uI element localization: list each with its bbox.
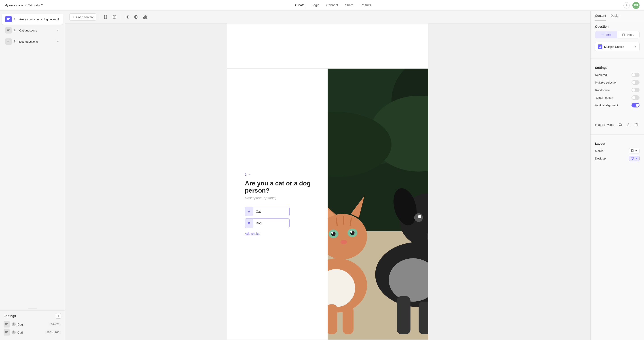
text-type-button[interactable]: Text	[595, 31, 618, 38]
svg-rect-55	[342, 306, 354, 334]
canvas-question-left: 1 → Are you a cat or a dog person? Descr…	[227, 69, 328, 340]
randomize-toggle[interactable]	[632, 88, 640, 92]
sidebar-endings: Endings + A Dog! 0 to 20	[0, 310, 64, 340]
vertical-alignment-toggle[interactable]	[632, 103, 640, 107]
cat-dog-image	[328, 69, 428, 340]
svg-point-60	[600, 46, 600, 47]
top-nav: My workspace › Cat or dog? Create Logic …	[0, 0, 644, 11]
tab-logic[interactable]: Logic	[312, 2, 319, 8]
tab-content[interactable]: Content	[595, 11, 606, 21]
settings-section: Settings Required Multiple selection Ran…	[590, 62, 644, 114]
svg-rect-1	[7, 19, 9, 20]
layout-section: Layout Mobile ▼ Desktop	[590, 138, 644, 167]
layout-divider	[590, 134, 644, 135]
ending-range-a: 0 to 20	[49, 322, 61, 326]
multiple-selection-toggle[interactable]	[632, 80, 640, 85]
ending-item-a[interactable]: A Dog! 0 to 20	[4, 321, 61, 328]
svg-point-47	[331, 232, 334, 234]
svg-point-44	[340, 240, 347, 244]
ending-range-b: 100 to 200	[45, 331, 61, 335]
tab-share[interactable]: Share	[345, 2, 353, 8]
image-video-row: Image or video	[595, 121, 640, 128]
add-content-label: + Add content	[76, 15, 94, 19]
mobile-layout-arrow: ▼	[635, 149, 638, 152]
svg-rect-70	[631, 157, 634, 159]
video-type-label: Video	[627, 33, 634, 36]
svg-rect-2	[7, 29, 10, 30]
sidebar-item-2-icon	[5, 27, 12, 33]
image-video-label: Image or video	[595, 123, 614, 126]
tab-create[interactable]: Create	[295, 2, 304, 8]
canvas-content: 1 → Are you a cat or a dog person? Descr…	[227, 23, 428, 340]
svg-rect-0	[7, 18, 10, 19]
mobile-preview-button[interactable]	[102, 13, 109, 20]
text-type-label: Text	[606, 33, 611, 36]
language-button[interactable]	[132, 13, 140, 20]
required-toggle[interactable]	[632, 73, 640, 77]
canvas-top-empty	[227, 23, 428, 68]
add-ending-button[interactable]: +	[56, 313, 61, 319]
sidebar-item-2-arrow: ▼	[56, 29, 59, 32]
copy-image-button[interactable]	[617, 121, 624, 128]
tab-results[interactable]: Results	[361, 2, 371, 8]
sidebar-item-1-icon	[5, 16, 12, 22]
choice-text-b: Dog	[253, 221, 264, 225]
tab-connect[interactable]: Connect	[326, 2, 338, 8]
question-type-select[interactable]: Multiple Choice ▼	[595, 42, 640, 51]
choice-option-b[interactable]: B Dog	[245, 219, 290, 228]
question-title[interactable]: Are you a cat or a dog person?	[245, 180, 314, 194]
setting-vertical-label: Vertical alignment	[595, 104, 618, 107]
main-layout: 1 Are you a cat or a dog person? 2 Cat q…	[0, 11, 644, 340]
svg-rect-5	[7, 41, 9, 42]
svg-rect-8	[5, 331, 8, 332]
mobile-layout-select[interactable]: ▼	[629, 148, 640, 153]
sidebar-questions: 1 Are you a cat or a dog person? 2 Cat q…	[0, 11, 64, 306]
ending-label-a: Dog!	[18, 323, 48, 326]
desktop-layout-select[interactable]: ▼	[629, 156, 640, 161]
avatar[interactable]: RH	[632, 2, 640, 9]
sidebar-item-3-arrow: ▼	[56, 40, 59, 43]
tab-design[interactable]: Design	[610, 11, 620, 21]
help-button[interactable]: ?	[624, 2, 630, 8]
setting-randomize: Randomize	[595, 88, 640, 92]
toolbar-separator-2	[121, 14, 121, 20]
other-option-toggle[interactable]	[632, 95, 640, 100]
choice-letter-a: A	[245, 207, 253, 216]
main-nav: Create Logic Connect Share Results	[295, 2, 371, 8]
canvas-question-image	[328, 69, 428, 340]
sidebar: 1 Are you a cat or a dog person? 2 Cat q…	[0, 11, 65, 340]
image-video-section: Image or video	[590, 118, 644, 134]
sidebar-item-2[interactable]: 2 Cat questions ▼	[2, 25, 63, 36]
svg-rect-54	[328, 304, 337, 334]
layout-desktop-label: Desktop	[595, 157, 606, 160]
video-type-button[interactable]: Video	[618, 31, 640, 38]
toolbar-separator-1	[99, 14, 99, 20]
settings-button[interactable]	[124, 13, 131, 20]
setting-multiple-selection: Multiple selection	[595, 80, 640, 85]
add-content-button[interactable]: + + Add content	[69, 13, 96, 20]
sidebar-item-2-label: Cat questions	[19, 29, 54, 32]
canvas-area: + + Add content	[65, 11, 590, 340]
svg-point-37	[418, 215, 422, 218]
endings-header: Endings +	[4, 313, 61, 319]
svg-rect-3	[7, 30, 9, 31]
sidebar-item-1[interactable]: 1 Are you a cat or a dog person?	[2, 14, 63, 24]
sidebar-item-3-num: 3	[14, 40, 17, 43]
choice-option-a[interactable]: A Cat	[245, 207, 290, 216]
svg-point-14	[127, 16, 128, 18]
ending-label-b: Cat!	[18, 331, 43, 334]
sidebar-item-3[interactable]: 3 Dog questions ▼	[2, 36, 63, 47]
delete-image-button[interactable]	[633, 121, 640, 128]
choice-text-a: Cat	[253, 210, 264, 213]
question-section-title: Question	[595, 25, 640, 28]
ending-item-b[interactable]: B Cat! 100 to 200	[4, 329, 61, 336]
setting-multiple-label: Multiple selection	[595, 81, 618, 84]
play-preview-button[interactable]	[111, 13, 118, 20]
add-choice-button[interactable]: Add choice	[245, 232, 314, 236]
workspace-link[interactable]: My workspace	[4, 3, 23, 7]
svg-rect-71	[632, 159, 633, 160]
question-description[interactable]: Description (optional)	[245, 196, 314, 200]
gear-button[interactable]	[142, 13, 149, 20]
swap-image-button[interactable]	[625, 121, 632, 128]
svg-rect-63	[619, 123, 621, 125]
